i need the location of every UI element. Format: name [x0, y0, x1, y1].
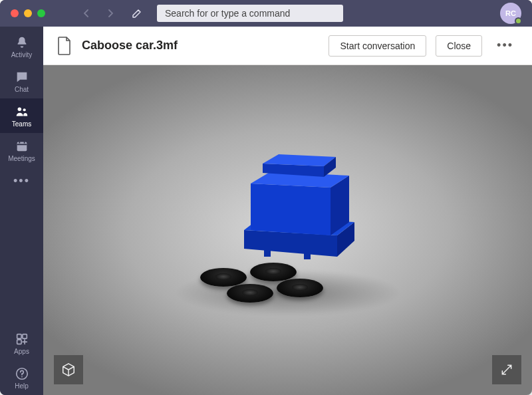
svg-point-1 [23, 108, 25, 111]
window-maximize-button[interactable] [37, 9, 45, 17]
chevron-right-icon [106, 9, 114, 17]
rail-label: Help [15, 382, 29, 390]
file-icon [57, 36, 72, 56]
caboose-model [224, 144, 370, 263]
button-label: Start conversation [340, 41, 415, 51]
button-label: Close [447, 41, 471, 51]
calendar-icon [15, 139, 29, 154]
bell-icon [15, 35, 29, 50]
ellipsis-icon: ••• [13, 174, 30, 188]
rail-item-help[interactable]: Help [0, 360, 43, 395]
window-close-button[interactable] [11, 9, 19, 17]
content-area: Caboose car.3mf Start conversation Close… [43, 27, 532, 395]
nav-forward-button[interactable] [101, 4, 120, 23]
rail-label: Activity [11, 51, 33, 59]
3d-mode-button[interactable] [54, 355, 83, 384]
start-conversation-button[interactable]: Start conversation [329, 35, 426, 57]
presence-available-icon [515, 17, 522, 25]
avatar-initials: RC [505, 9, 516, 17]
window-controls [11, 9, 45, 17]
chevron-left-icon [82, 9, 90, 17]
search-placeholder: Search for or type a command [165, 8, 290, 19]
rail-item-teams[interactable]: Teams [0, 98, 43, 133]
document-header: Caboose car.3mf Start conversation Close… [43, 27, 532, 65]
expand-icon [500, 363, 513, 376]
apps-icon [15, 332, 29, 346]
user-avatar[interactable]: RC [500, 3, 521, 24]
svg-rect-19 [264, 250, 271, 257]
chat-icon [15, 70, 29, 84]
app-rail: Activity Chat Teams Meetings ••• Apps He… [0, 27, 43, 395]
rail-item-meetings[interactable]: Meetings [0, 133, 43, 168]
help-icon [15, 366, 29, 381]
rail-item-apps[interactable]: Apps [0, 326, 43, 360]
rail-label: Teams [12, 120, 31, 128]
compose-button[interactable] [128, 4, 146, 23]
svg-marker-12 [251, 184, 331, 235]
rail-label: Apps [14, 348, 29, 355]
window-minimize-button[interactable] [24, 9, 32, 17]
compose-icon [132, 8, 142, 19]
svg-rect-20 [304, 253, 311, 259]
nav-back-button[interactable] [77, 4, 96, 23]
svg-rect-4 [17, 334, 21, 338]
svg-point-8 [21, 376, 23, 377]
svg-rect-5 [22, 334, 26, 338]
teams-icon [15, 104, 29, 119]
rail-label: Chat [15, 86, 29, 93]
search-input[interactable]: Search for or type a command [157, 5, 343, 22]
rail-label: Meetings [8, 155, 35, 162]
more-options-button[interactable]: ••• [491, 39, 519, 53]
fullscreen-button[interactable] [492, 355, 521, 384]
cube-3d-icon [61, 362, 76, 377]
3d-viewer[interactable] [43, 65, 532, 395]
rail-item-chat[interactable]: Chat [0, 64, 43, 98]
rail-item-activity[interactable]: Activity [0, 29, 43, 64]
svg-rect-6 [17, 339, 21, 343]
titlebar: Search for or type a command RC [0, 0, 532, 27]
rail-more-button[interactable]: ••• [0, 168, 43, 194]
svg-point-0 [17, 107, 21, 111]
document-title: Caboose car.3mf [82, 39, 178, 53]
app-window: Search for or type a command RC Activity… [0, 0, 532, 395]
close-button[interactable]: Close [436, 35, 482, 57]
ellipsis-icon: ••• [497, 39, 513, 52]
